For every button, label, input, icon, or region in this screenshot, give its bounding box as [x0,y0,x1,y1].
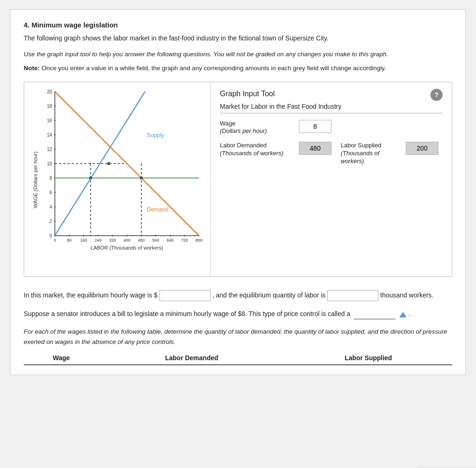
graph-tool-container: WAGE (Dollars per hour) 0 2 4 6 8 [24,82,452,277]
bold-note-body: Once you enter a value in a white field,… [41,65,386,72]
equilibrium-wage-input[interactable] [159,290,211,301]
help-icon: ? [435,91,439,99]
dropdown-arrow-up[interactable] [399,312,407,317]
svg-text:640: 640 [166,238,173,243]
help-button[interactable]: ? [430,89,443,101]
svg-text:12: 12 [47,147,53,152]
col-labor-supplied: Labor Supplied [284,351,452,365]
table-header-row: Wage Labor Demanded Labor Supplied [24,351,452,365]
labor-row: Labor Demanded (Thousands of workers) La… [220,142,443,165]
eq-text-middle: , and the equilibrium quantity of labor … [212,291,326,299]
tool-area: Graph Input Tool ? Market for Labor in t… [210,82,452,277]
labor-demanded-input[interactable] [299,142,331,155]
svg-text:240: 240 [94,238,101,243]
graph-area: WAGE (Dollars per hour) 0 2 4 6 8 [24,82,210,277]
price-control-dropdown-container[interactable] [399,309,407,319]
svg-text:14: 14 [47,132,53,138]
page-container: 4. Minimum wage legislation The followin… [10,9,466,375]
bold-note-prefix: Note: [24,65,40,72]
tool-title: Graph Input Tool [220,90,275,98]
eq-text-after: thousand workers. [380,291,433,299]
bold-note: Note: Once you enter a value in a white … [24,64,452,73]
svg-rect-54 [89,177,92,179]
wage-row: Wage (Dollars per hour) [220,120,443,136]
labor-table: Wage Labor Demanded Labor Supplied [24,351,452,365]
italic-note: Use the graph input tool to help you ans… [24,50,452,59]
svg-text:2: 2 [49,219,52,224]
svg-text:16: 16 [47,118,53,123]
labor-demanded-label: Labor Demanded (Thousands of workers) [220,142,294,158]
svg-text:80: 80 [67,238,72,243]
eq-text-before: In this market, the equilibrium hourly w… [24,291,158,299]
svg-text:20: 20 [47,89,53,94]
description-text: The following graph shows the labor mark… [24,33,452,43]
for-each-text: For each of the wages listed in the foll… [24,327,452,347]
table-container: Wage Labor Demanded Labor Supplied [24,351,452,365]
wage-sublabel: (Dollars per hour) [220,127,267,134]
col-wage: Wage [24,351,99,365]
svg-text:18: 18 [47,104,53,109]
svg-text:400: 400 [123,238,130,243]
wage-label-text: Wage [220,120,235,127]
svg-text:560: 560 [152,238,159,243]
chart-svg: WAGE (Dollars per hour) 0 2 4 6 8 [32,87,204,268]
svg-text:6: 6 [49,190,52,195]
svg-text:10: 10 [47,161,53,166]
col-labor-demanded: Labor Demanded [99,351,284,365]
svg-text:LABOR (Thousands of workers): LABOR (Thousands of workers) [91,245,163,250]
svg-text:WAGE (Dollars per hour): WAGE (Dollars per hour) [33,152,38,208]
equilibrium-quantity-input[interactable] [327,290,378,301]
suppose-block: Suppose a senator introduces a bill to l… [24,309,452,319]
svg-text:480: 480 [138,238,145,243]
suppose-text: Suppose a senator introduces a bill to l… [24,310,350,317]
labor-supplied-label: Labor Supplied (Thousands of workers) [336,142,401,165]
supply-label: Supply [147,132,164,138]
svg-text:0: 0 [49,233,52,238]
labor-supplied-input[interactable] [406,142,438,155]
question-title: 4. Minimum wage legislation [24,21,452,29]
tool-subtitle: Market for Labor in the Fast Food Indust… [220,103,443,113]
svg-text:8: 8 [49,176,52,181]
svg-rect-55 [140,177,143,179]
svg-text:320: 320 [109,238,116,243]
svg-text:720: 720 [181,238,188,243]
demand-label: Demand [147,206,168,213]
wage-input[interactable] [299,120,331,133]
svg-text:0: 0 [53,238,56,243]
svg-text:160: 160 [80,238,87,243]
svg-text:800: 800 [195,238,202,243]
svg-text:4: 4 [49,204,52,210]
wage-label: Wage (Dollars per hour) [220,120,294,136]
svg-rect-56 [107,162,110,165]
equilibrium-question: In this market, the equilibrium hourly w… [24,290,452,301]
